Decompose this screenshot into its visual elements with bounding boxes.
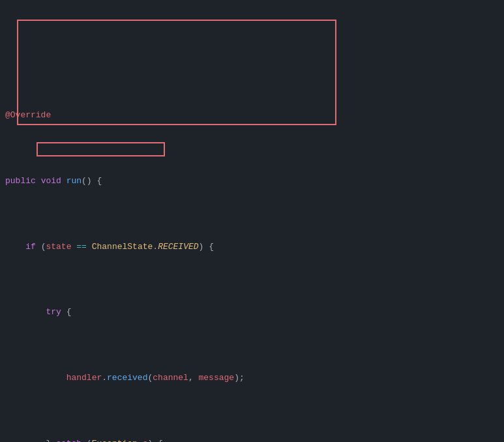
var-handler: handler <box>67 373 102 383</box>
type-channelstate: ChannelState <box>92 242 153 252</box>
annotation: @Override <box>5 110 51 120</box>
method-received: received <box>107 373 147 383</box>
highlight-box-switch <box>37 142 165 156</box>
code-line-5: handler.received(channel, message); <box>0 372 504 385</box>
kw-try: try <box>46 307 61 317</box>
paren4: ) { <box>148 439 163 442</box>
received-const: RECEIVED <box>158 242 198 252</box>
var-message: message <box>199 373 235 383</box>
kw-if: if <box>25 242 36 252</box>
dot: . <box>153 242 158 252</box>
code-editor: @Override public void run() { if (state … <box>0 0 504 442</box>
op-eq: == <box>76 242 87 252</box>
brace: { <box>67 307 72 317</box>
type-exception: Exception <box>92 439 138 442</box>
kw-public: public <box>5 176 36 186</box>
end-args: ); <box>234 373 245 383</box>
dot2: . <box>102 373 107 383</box>
var-state: state <box>46 242 71 252</box>
code-line-4: try { <box>0 306 504 319</box>
code-line-3: if (state == ChannelState.RECEIVED) { <box>0 241 504 254</box>
close-brace: } <box>46 439 56 442</box>
code-line-2: public void run() { <box>0 175 504 188</box>
paren: () { <box>82 176 102 186</box>
close-paren: ) { <box>199 242 214 252</box>
var-channel: channel <box>153 373 188 383</box>
kw-catch: catch <box>56 439 82 442</box>
paren3: ( <box>87 439 92 442</box>
code-line-1: @Override <box>0 109 504 122</box>
comma: , <box>188 373 194 383</box>
method-run: run <box>67 176 82 186</box>
var-e: e <box>143 439 148 442</box>
code-line-6: } catch (Exception e) { <box>0 437 504 442</box>
kw-void: void <box>41 176 61 186</box>
